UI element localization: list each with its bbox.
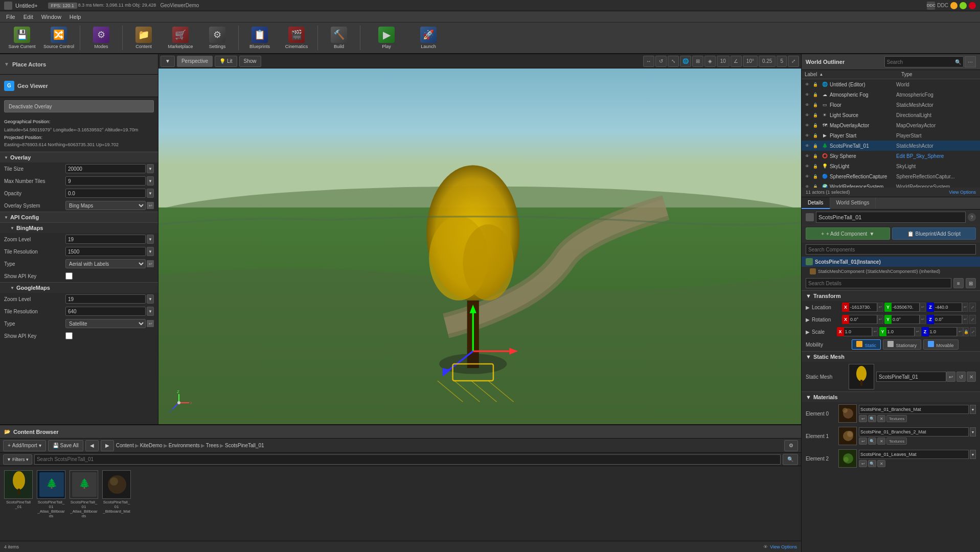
mat2-clear-btn[interactable]: ✕	[877, 460, 885, 467]
deactivate-overlay-button[interactable]: Deactivate Overlay	[4, 100, 154, 112]
location-z-input[interactable]	[934, 303, 962, 312]
cb-settings-btn[interactable]: ⚙	[784, 440, 798, 451]
materials-section[interactable]: ▼ Materials	[802, 392, 980, 402]
table-row[interactable]: 👁 🔒 ▶ Player Start PlayerStart	[802, 130, 980, 141]
mesh-name-input[interactable]	[876, 372, 946, 382]
lock-btn[interactable]: 🔒	[812, 142, 819, 149]
visibility-btn[interactable]: 👁	[804, 173, 811, 180]
lock-btn[interactable]: 🔒	[812, 81, 819, 88]
visibility-btn[interactable]: 👁	[804, 81, 811, 88]
overlay-system-icon-btn[interactable]: ↩	[147, 202, 154, 209]
blueprint-button[interactable]: 📋 Blueprint/Add Script	[892, 227, 976, 240]
list-item[interactable]: 🌲ScotsPineTall_01 _Atlas_Billboards	[70, 470, 98, 518]
api-config-section-header[interactable]: ▼ API Config	[0, 212, 158, 222]
mat0-name-input[interactable]	[859, 405, 969, 414]
tab-details[interactable]: Details	[802, 197, 830, 209]
location-y-input[interactable]	[892, 303, 920, 312]
visibility-btn[interactable]: 👁	[804, 101, 811, 108]
grid-size-btn[interactable]: 10	[717, 56, 730, 67]
gm-type-icon[interactable]: ↩	[147, 320, 154, 327]
cb-path-kite[interactable]: KiteDemo	[140, 443, 163, 448]
view-options-btn[interactable]: View Options	[770, 544, 797, 549]
play-button[interactable]: ▶ Play	[363, 24, 409, 52]
gm-api-key-checkbox[interactable]	[65, 332, 73, 339]
component-name-input[interactable]	[816, 212, 966, 223]
visibility-btn[interactable]: 👁	[804, 163, 811, 170]
visibility-btn[interactable]: 👁	[804, 152, 811, 159]
scale-num-btn[interactable]: 0.25	[759, 56, 776, 67]
location-expand-icon[interactable]: ⤢	[969, 303, 976, 312]
visibility-btn[interactable]: 👁	[804, 183, 811, 188]
location-x-input[interactable]	[849, 303, 877, 312]
lock-btn[interactable]: 🔒	[812, 91, 819, 98]
lock-btn[interactable]: 🔒	[812, 111, 819, 119]
rotation-x-reset[interactable]: ↩	[877, 315, 883, 324]
mat0-clear-btn[interactable]: ✕	[877, 415, 885, 422]
save-current-button[interactable]: 💾 Save Current	[4, 24, 40, 52]
cb-path-scots[interactable]: ScotsPineTall_01	[225, 443, 264, 448]
scale-x-reset[interactable]: ↩	[872, 327, 878, 336]
bing-tile-res-spin[interactable]: ▼	[147, 247, 154, 256]
mat1-name-input[interactable]	[859, 427, 969, 436]
component-help-btn[interactable]: ?	[968, 213, 976, 221]
ddc-icon[interactable]: DDC	[927, 2, 935, 10]
table-row[interactable]: 👁 🔒 💡 SkyLight SkyLight	[802, 161, 980, 171]
rotation-label[interactable]: ▶ Rotation	[806, 317, 842, 323]
mat1-clear-btn[interactable]: ✕	[877, 438, 885, 445]
translate-icon[interactable]: ↔	[643, 56, 654, 67]
gm-tile-res-spin[interactable]: ▼	[147, 307, 154, 316]
table-row[interactable]: 👁 🔒 🌍 WorldReferenceSystem WorldReferenc…	[802, 181, 980, 188]
visibility-btn[interactable]: 👁	[804, 91, 811, 98]
cb-search-icon-btn[interactable]: 🔍	[783, 454, 798, 465]
content-button[interactable]: 📁 Content	[126, 24, 162, 52]
det-search-input[interactable]	[806, 278, 951, 288]
transform-section[interactable]: ▼ Transform	[802, 290, 980, 301]
scale-y-input[interactable]	[886, 327, 915, 336]
tile-size-input[interactable]	[65, 164, 146, 173]
modes-button[interactable]: ⚙ Modes	[83, 24, 119, 52]
surface-icon[interactable]: ◈	[704, 56, 716, 67]
mobility-movable-btn[interactable]: Movable	[923, 339, 959, 350]
gm-type-select[interactable]: Satellite	[65, 319, 146, 328]
build-button[interactable]: 🔨 Build	[321, 24, 357, 52]
overlay-system-select[interactable]: Bing Maps	[65, 201, 146, 210]
location-label[interactable]: ▶ Location	[806, 305, 842, 310]
mat2-navigate-btn[interactable]: ↩	[859, 460, 867, 467]
bing-type-icon[interactable]: ↩	[147, 260, 154, 267]
add-import-btn[interactable]: + Add/Import ▾	[3, 440, 46, 451]
gm-zoom-spin[interactable]: ▼	[147, 294, 154, 304]
list-item[interactable]: 🌲ScotsPineTall_01 _Atlas_Billboards	[37, 470, 65, 518]
lock-btn[interactable]: 🔒	[812, 122, 819, 129]
wo-search-input[interactable]	[887, 59, 955, 65]
scale-lock-icon[interactable]: 🔒	[963, 327, 969, 336]
perspective-btn[interactable]: Perspective	[177, 56, 213, 67]
scale-label[interactable]: ▶ Scale	[806, 329, 837, 335]
rotation-z-input[interactable]	[934, 315, 962, 324]
scale-x-input[interactable]	[844, 327, 872, 336]
mat1-dropdown-btn[interactable]: ▼	[970, 427, 976, 436]
lock-btn[interactable]: 🔒	[812, 152, 819, 159]
scale-z-input[interactable]	[929, 327, 957, 336]
lock-btn[interactable]: 🔒	[812, 173, 819, 180]
wo-options-btn[interactable]: ⋯	[965, 56, 976, 67]
opacity-spin[interactable]: ▼	[147, 189, 154, 198]
save-all-btn[interactable]: 💾 Save All	[48, 440, 83, 451]
mesh-sync-btn[interactable]: ↺	[956, 372, 966, 382]
maximize-button[interactable]	[960, 2, 967, 9]
mobility-stationary-btn[interactable]: Stationary	[883, 339, 921, 350]
tab-world-settings[interactable]: World Settings	[830, 197, 876, 209]
fullscreen-icon[interactable]: ⤢	[788, 56, 799, 67]
scale-y-reset[interactable]: ↩	[915, 327, 921, 336]
lock-btn[interactable]: 🔒	[812, 183, 819, 188]
mat0-navigate-btn[interactable]: ↩	[859, 415, 867, 422]
cb-search-input[interactable]	[34, 454, 781, 465]
table-row[interactable]: 👁 🔒 🌲 ScotsPineTall_01 StaticMeshActor	[802, 141, 980, 151]
rotate-icon[interactable]: ↺	[655, 56, 667, 67]
bing-maps-header[interactable]: ▼ BingMaps	[0, 222, 158, 233]
cb-path-content[interactable]: Content	[116, 443, 134, 448]
rotation-z-reset[interactable]: ↩	[962, 315, 968, 324]
lock-btn[interactable]: 🔒	[812, 132, 819, 139]
cb-filters-btn[interactable]: ▼ Filters ▾	[3, 454, 32, 465]
angle-icon[interactable]: ∠	[731, 56, 742, 67]
static-mesh-section[interactable]: ▼ Static Mesh	[802, 351, 980, 362]
